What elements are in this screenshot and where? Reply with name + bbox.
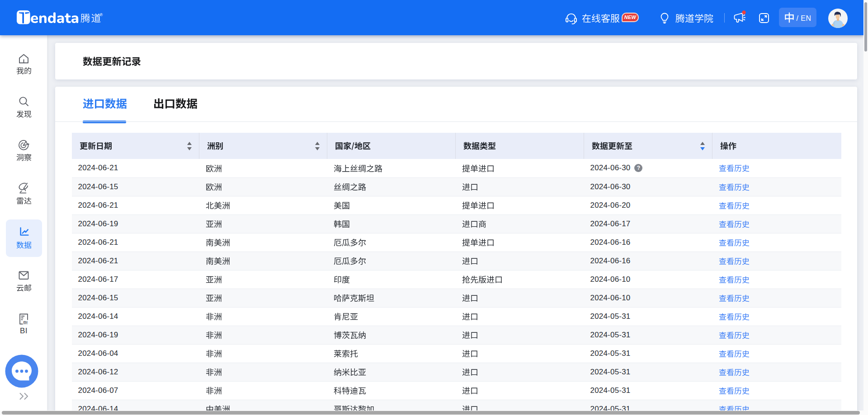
svg-text:BI: BI <box>24 319 28 324</box>
